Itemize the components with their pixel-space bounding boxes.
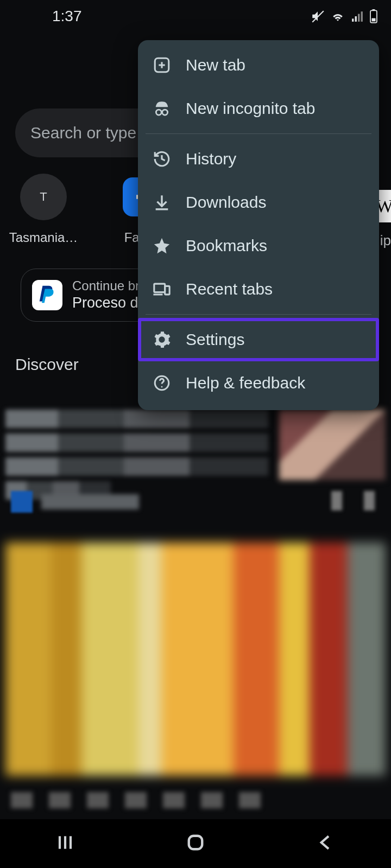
star-icon: [152, 236, 172, 256]
discover-article-3-blurred: [11, 792, 380, 814]
menu-label: Help & feedback: [186, 374, 305, 392]
gear-icon: [152, 330, 172, 349]
back-button[interactable]: [315, 832, 337, 856]
menu-bookmarks[interactable]: Bookmarks: [138, 224, 379, 267]
menu-label: New tab: [186, 56, 245, 74]
menu-separator: [146, 133, 371, 134]
menu-label: New incognito tab: [186, 99, 315, 118]
menu-new-incognito[interactable]: New incognito tab: [138, 87, 379, 130]
shortcut-wikipedia-label-sliver: ip: [380, 232, 391, 249]
svg-rect-16: [154, 284, 165, 292]
menu-recent-tabs[interactable]: Recent tabs: [138, 267, 379, 311]
home-button[interactable]: [184, 831, 207, 856]
history-icon: [152, 149, 172, 169]
download-icon: [152, 193, 172, 212]
menu-new-tab[interactable]: New tab: [138, 43, 379, 87]
svg-point-11: [156, 110, 161, 115]
incognito-icon: [152, 99, 172, 118]
help-icon: [152, 373, 172, 393]
article-actions-blurred: [331, 491, 375, 510]
menu-history[interactable]: History: [138, 137, 379, 181]
menu-label: Bookmarks: [186, 237, 267, 255]
devices-icon: [152, 279, 172, 299]
plus-box-icon: [152, 55, 172, 75]
shortcut-tasmania[interactable]: T Tasmania…: [11, 174, 76, 245]
system-nav-bar: [0, 819, 391, 868]
menu-label: Recent tabs: [186, 280, 273, 298]
discover-heading: Discover: [15, 355, 79, 374]
recents-button[interactable]: [54, 832, 76, 856]
menu-downloads[interactable]: Downloads: [138, 181, 379, 224]
menu-separator: [146, 314, 371, 315]
menu-label: Settings: [186, 330, 244, 349]
svg-point-12: [162, 110, 168, 115]
svg-point-20: [161, 386, 163, 388]
shortcut-label: Tasmania…: [9, 230, 78, 245]
menu-settings[interactable]: Settings: [138, 318, 379, 361]
article-thumbnail-blurred: [279, 410, 386, 480]
menu-help[interactable]: Help & feedback: [138, 361, 379, 405]
discover-article-2-image[interactable]: [5, 542, 386, 776]
article-source-blurred: [11, 491, 139, 513]
menu-label: History: [186, 150, 236, 168]
menu-label: Downloads: [186, 193, 266, 212]
svg-rect-24: [189, 836, 203, 850]
svg-rect-18: [165, 286, 170, 295]
overflow-menu: New tab New incognito tab History Downlo…: [138, 40, 379, 410]
paypal-icon: [32, 280, 62, 310]
shortcut-letter-icon: T: [20, 174, 67, 220]
